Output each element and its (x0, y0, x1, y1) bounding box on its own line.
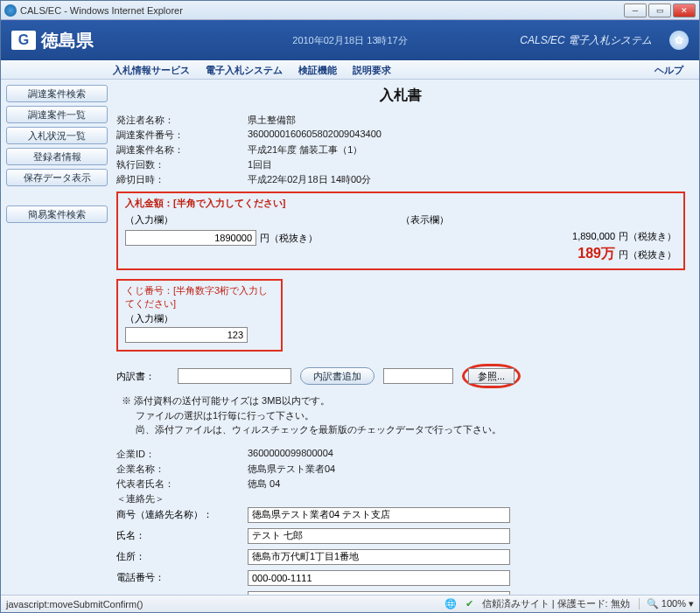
lot-number-box: くじ番号：[半角数字3桁で入力してください] （入力欄） (116, 279, 283, 352)
browse-highlight: 参照... (462, 364, 521, 388)
brand: G 徳島県 (11, 29, 94, 52)
minimize-button[interactable]: ─ (624, 3, 647, 17)
label-corpid: 企業ID： (116, 448, 248, 461)
sidebar-simple-search[interactable]: 簡易案件検索 (6, 205, 108, 223)
bid-display-label: （表示欄） (401, 213, 676, 226)
check-icon: ✔ (466, 598, 473, 610)
lot-input-label: （入力欄） (125, 312, 274, 325)
label-corpname: 企業名称： (116, 463, 248, 476)
brand-logo-icon: G (11, 31, 36, 50)
sidebar-bidstatus[interactable]: 入札状況一覧 (6, 127, 108, 144)
value-corpid: 3600000099800004 (248, 448, 685, 461)
tel-input[interactable] (248, 570, 510, 586)
close-button[interactable]: ✕ (673, 3, 696, 17)
sidebar-saved[interactable]: 保存データ表示 (6, 169, 108, 186)
header-datetime: 2010年02月18日 13時17分 (292, 34, 407, 47)
sidebar: 調達案件検索 調達案件一覧 入札状況一覧 登録者情報 保存データ表示 簡易案件検… (1, 80, 113, 595)
label-tel: 電話番号： (116, 571, 248, 584)
lot-number-input[interactable] (125, 327, 248, 343)
header-band: G 徳島県 2010年02月18日 13時17分 CALS/EC 電子入札システ… (1, 20, 699, 60)
status-js: javascript:moveSubmitConfirm() (6, 599, 143, 610)
main-content: 入札書 発注者名称：県土整備部 調達案件番号：36000001606058020… (113, 80, 699, 595)
name-input[interactable] (248, 528, 510, 544)
sidebar-list[interactable]: 調達案件一覧 (6, 106, 108, 123)
label-address: 住所： (116, 550, 248, 563)
menu-ebid[interactable]: 電子入札システム (206, 64, 283, 77)
bid-display-value: 1,890,000 (572, 231, 615, 241)
globe-icon: 🌐 (444, 598, 457, 610)
ie-icon (4, 4, 17, 17)
bid-amount-heading: 入札金額：[半角で入力してください] (125, 197, 676, 210)
bid-big-value: 189万 (578, 245, 615, 263)
label-issuer: 発注者名称： (116, 114, 248, 127)
attach-path-input[interactable] (178, 368, 291, 384)
window-titlebar: CALS/EC - Windows Internet Explorer ─ ▭ … (1, 1, 699, 20)
bid-amount-box: 入札金額：[半角で入力してください] （入力欄） 円（税抜き） （表示欄） (116, 192, 685, 270)
lot-heading: くじ番号：[半角数字3桁で入力してください] (125, 284, 274, 310)
value-caseno: 3600000160605802009043400 (248, 129, 685, 142)
value-casename: 平成21年度 舗装工事（1） (248, 143, 685, 157)
browse-button[interactable]: 参照... (468, 368, 514, 384)
window-title: CALS/EC - Windows Internet Explorer (20, 5, 183, 16)
sidebar-search[interactable]: 調達案件検索 (6, 85, 108, 102)
value-issuer: 県土整備部 (248, 114, 685, 127)
zoom-level[interactable]: 🔍 100% ▾ (639, 598, 694, 610)
attach-file-input[interactable] (383, 368, 453, 384)
gear-icon[interactable]: ✿ (669, 31, 689, 50)
attach-add-button[interactable]: 内訳書追加 (300, 367, 374, 385)
label-round: 執行回数： (116, 158, 248, 171)
brand-text: 徳島県 (41, 29, 94, 52)
label-casename: 調達案件名称： (116, 143, 248, 157)
menu-bid-info[interactable]: 入札情報サービス (113, 64, 190, 77)
label-deadline: 締切日時： (116, 173, 248, 186)
bid-unit1: 円（税抜き） (260, 232, 318, 245)
label-name: 氏名： (116, 529, 248, 542)
status-trusted: 信頼済みサイト | 保護モード: 無効 (482, 597, 630, 610)
attach-label: 内訳書： (116, 370, 169, 383)
bid-unit3: 円（税抜き） (619, 248, 676, 261)
menu-bar: 入札情報サービス 電子入札システム 検証機能 説明要求 ヘルプ (1, 60, 699, 80)
bid-amount-input[interactable] (125, 230, 256, 246)
value-round: 1回目 (248, 158, 685, 171)
sidebar-registrant[interactable]: 登録者情報 (6, 148, 108, 165)
address-input[interactable] (248, 549, 510, 565)
maximize-button[interactable]: ▭ (648, 3, 671, 17)
page-title: 入札書 (116, 87, 685, 105)
status-bar: javascript:moveSubmitConfirm() 🌐 ✔ 信頼済みサ… (1, 595, 699, 612)
value-deadline: 平成22年02月18日 14時00分 (248, 173, 685, 186)
menu-help[interactable]: ヘルプ (654, 64, 683, 77)
menu-explain[interactable]: 説明要求 (353, 64, 391, 77)
attach-note: ※ 添付資料の送付可能サイズは 3MB以内です。 ファイルの選択は1行毎に行って… (116, 394, 685, 437)
label-rep: 代表者氏名： (116, 477, 248, 491)
value-corpname: 徳島県テスト業者04 (248, 463, 685, 476)
shopname-input[interactable] (248, 507, 510, 523)
label-shopname: 商号（連絡先名称）： (116, 508, 248, 521)
menu-verify[interactable]: 検証機能 (298, 64, 337, 77)
label-caseno: 調達案件番号： (116, 129, 248, 142)
value-rep: 徳島 04 (248, 477, 685, 491)
bid-unit2: 円（税抜き） (619, 230, 676, 243)
label-contact-hd: ＜連絡先＞ (116, 492, 248, 505)
bid-input-label: （入力欄） (125, 213, 401, 226)
system-title: CALS/EC 電子入札システム (520, 33, 652, 48)
